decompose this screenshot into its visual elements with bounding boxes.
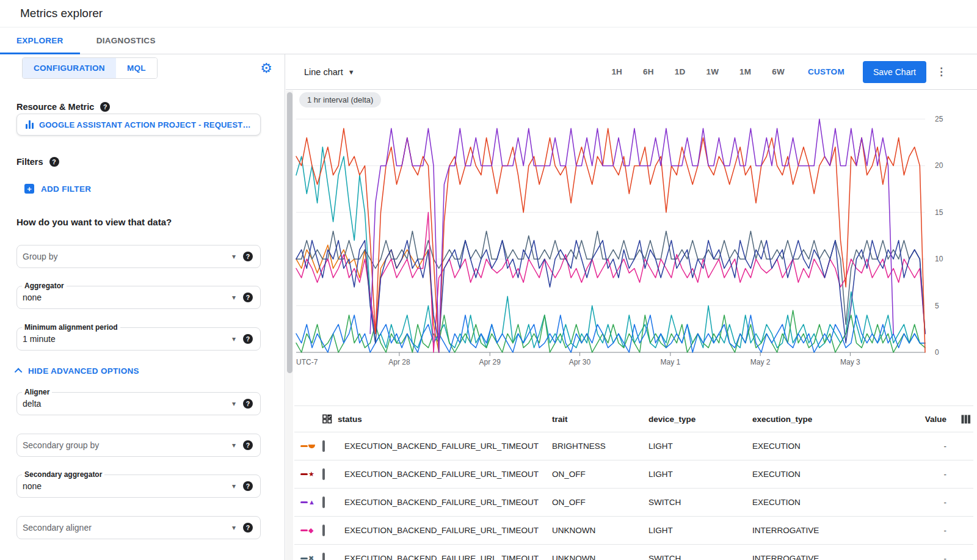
chart-type-dropdown[interactable]: Line chart ▼ <box>304 67 355 77</box>
col-trait[interactable]: trait <box>552 415 648 424</box>
help-icon[interactable]: ? <box>243 399 253 409</box>
col-value[interactable]: Value <box>905 415 946 424</box>
value-cell: - <box>905 498 946 507</box>
table-row[interactable]: ◆EXECUTION_BACKEND_FAILURE_URL_TIMEOUTUN… <box>294 517 973 545</box>
device-type-cell: LIGHT <box>648 442 752 451</box>
chevron-down-icon: ▾ <box>232 482 243 490</box>
chevron-down-icon: ▾ <box>232 441 243 449</box>
aligner-select[interactable]: Aligner delta ▾ ? <box>16 392 261 415</box>
status-cell: EXECUTION_BACKEND_FAILURE_URL_TIMEOUT <box>344 470 552 479</box>
range-6h-button[interactable]: 6H <box>643 67 654 76</box>
execution-type-cell: EXECUTION <box>752 470 905 479</box>
row-checkbox[interactable] <box>322 525 325 536</box>
filters-label: Filters <box>16 157 43 167</box>
help-icon[interactable]: ? <box>243 334 253 344</box>
secondary-group-by-select[interactable]: Secondary group by ▾ ? <box>16 434 261 457</box>
save-chart-button[interactable]: Save Chart <box>863 61 926 83</box>
metrics-explorer-page: Metrics explorer EXPLORER DIAGNOSTICS CO… <box>0 0 977 560</box>
tab-explorer[interactable]: EXPLORER <box>0 27 80 54</box>
table-row[interactable]: ▲EXECUTION_BACKEND_FAILURE_URL_TIMEOUTON… <box>294 489 973 517</box>
range-1d-button[interactable]: 1D <box>675 67 686 76</box>
svg-text:UTC-7: UTC-7 <box>296 358 318 366</box>
row-checkbox[interactable] <box>322 468 325 480</box>
range-custom-button[interactable]: CUSTOM <box>808 67 844 76</box>
secondary-aligner-select[interactable]: Secondary aligner ▾ ? <box>16 516 261 539</box>
help-icon[interactable]: ? <box>243 481 253 491</box>
execution-type-cell: EXECUTION <box>752 498 905 507</box>
svg-text:May 1: May 1 <box>661 358 681 366</box>
status-cell: EXECUTION_BACKEND_FAILURE_URL_TIMEOUT <box>344 526 552 535</box>
trait-cell: ON_OFF <box>552 470 648 479</box>
status-cell: EXECUTION_BACKEND_FAILURE_URL_TIMEOUT <box>344 442 552 451</box>
time-range-group: 1H 6H 1D 1W 1M 6W CUSTOM <box>611 67 844 76</box>
chart-body: 1 hr interval (delta) 0510152025Apr 28Ap… <box>294 90 977 560</box>
mode-toggle: CONFIGURATION MQL <box>22 57 158 79</box>
min-alignment-period-select[interactable]: Minimum alignment period 1 minute ▾ ? <box>16 327 261 351</box>
table-row[interactable]: ✖EXECUTION_BACKEND_FAILURE_URL_TIMEOUTUN… <box>294 545 973 560</box>
help-icon[interactable]: ? <box>243 440 253 450</box>
svg-text:May 3: May 3 <box>840 358 860 366</box>
plus-icon: + <box>24 184 34 194</box>
row-checkbox[interactable] <box>322 553 325 560</box>
view-data-question: How do you want to view that data? <box>16 217 172 227</box>
hide-advanced-options-button[interactable]: HIDE ADVANCED OPTIONS <box>16 366 139 376</box>
value-cell: - <box>905 526 946 535</box>
trait-cell: ON_OFF <box>552 498 648 507</box>
range-1m-button[interactable]: 1M <box>739 67 751 76</box>
execution-type-cell: EXECUTION <box>752 442 905 451</box>
chart-toolbar: Line chart ▼ 1H 6H 1D 1W 1M 6W CUSTOM Sa… <box>286 54 977 90</box>
chart-svg: 0510152025Apr 28Apr 29Apr 30May 1May 2Ma… <box>295 113 961 368</box>
execution-type-cell: INTERROGATIVE <box>752 554 905 560</box>
row-checkbox[interactable] <box>322 440 325 452</box>
line-chart[interactable]: 0510152025Apr 28Apr 29Apr 30May 1May 2Ma… <box>295 113 961 371</box>
secondary-aggregator-select[interactable]: Secondary aggregator none ▾ ? <box>16 475 261 498</box>
trait-cell: UNKNOWN <box>552 554 648 560</box>
vertical-scrollbar[interactable] <box>286 90 293 560</box>
row-checkbox[interactable] <box>322 496 325 508</box>
help-icon[interactable]: ? <box>243 293 253 302</box>
scrollbar-thumb[interactable] <box>287 92 292 373</box>
semicircle-marker-icon <box>308 445 315 448</box>
col-execution-type[interactable]: execution_type <box>752 415 905 424</box>
tab-diagnostics[interactable]: DIAGNOSTICS <box>80 27 172 54</box>
add-filter-label: ADD FILTER <box>41 184 91 194</box>
help-icon[interactable]: ? <box>49 157 59 167</box>
mode-configuration-button[interactable]: CONFIGURATION <box>23 58 116 78</box>
svg-text:Apr 28: Apr 28 <box>388 358 410 366</box>
trait-cell: UNKNOWN <box>552 526 648 535</box>
metric-chip-button[interactable]: GOOGLE ASSISTANT ACTION PROJECT - REQUES… <box>16 114 261 136</box>
value-cell: - <box>905 442 946 451</box>
table-row[interactable]: ★EXECUTION_BACKEND_FAILURE_URL_TIMEOUTON… <box>294 460 973 489</box>
tabs-row: EXPLORER DIAGNOSTICS <box>0 27 977 54</box>
mode-mql-button[interactable]: MQL <box>116 58 157 78</box>
star-marker-icon: ★ <box>308 471 314 478</box>
series-legend-icon: ▲ <box>294 499 322 506</box>
aggregator-select[interactable]: Aggregator none ▾ ? <box>16 286 261 309</box>
more-options-kebab-icon[interactable]: ⋮ <box>936 65 946 78</box>
svg-text:5: 5 <box>935 302 939 310</box>
settings-gear-icon[interactable]: ⚙ <box>260 62 272 75</box>
help-icon[interactable]: ? <box>243 252 253 261</box>
help-icon[interactable]: ? <box>100 102 110 112</box>
range-1h-button[interactable]: 1H <box>611 67 622 76</box>
chevron-down-icon: ▾ <box>232 293 243 302</box>
col-status[interactable]: status <box>338 415 362 424</box>
configuration-panel: CONFIGURATION MQL ⚙ Resource & Metric ? … <box>0 54 285 560</box>
series-table: status trait device_type execution_type … <box>294 405 973 560</box>
range-1w-button[interactable]: 1W <box>706 67 719 76</box>
table-row[interactable]: EXECUTION_BACKEND_FAILURE_URL_TIMEOUTBRI… <box>294 432 973 460</box>
mode-row: CONFIGURATION MQL ⚙ <box>22 57 277 79</box>
status-cell: EXECUTION_BACKEND_FAILURE_URL_TIMEOUT <box>344 554 552 560</box>
group-by-select[interactable]: Group by ▾ ? <box>16 245 261 268</box>
col-device-type[interactable]: device_type <box>648 415 752 424</box>
select-all-grid-icon[interactable] <box>322 414 332 424</box>
add-filter-button[interactable]: + ADD FILTER <box>24 184 91 194</box>
column-selector-icon[interactable] <box>961 415 971 424</box>
range-6w-button[interactable]: 6W <box>772 67 785 76</box>
device-type-cell: LIGHT <box>648 526 752 535</box>
svg-text:0: 0 <box>935 348 939 357</box>
help-icon[interactable]: ? <box>243 523 253 533</box>
trait-cell: BRIGHTNESS <box>552 442 648 451</box>
chevron-down-icon: ▾ <box>232 399 243 408</box>
series-legend-icon: ★ <box>294 471 322 478</box>
